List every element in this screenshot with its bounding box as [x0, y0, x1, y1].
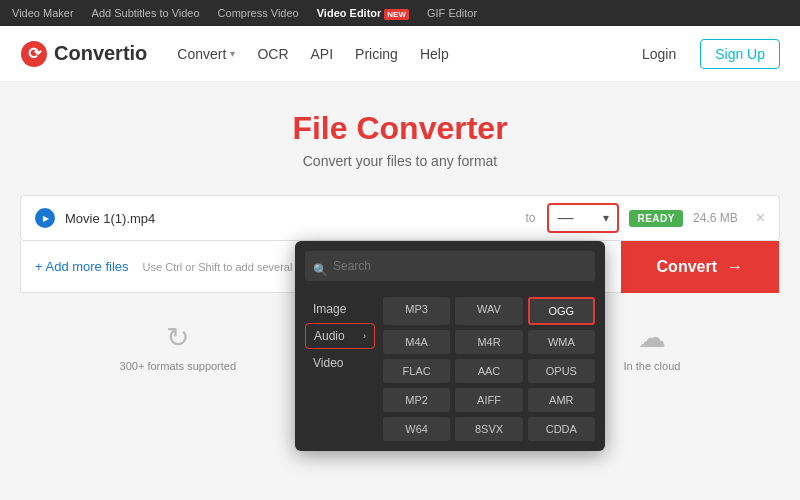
top-nav-item[interactable]: Video EditorNEW: [317, 7, 409, 19]
add-files-label: + Add more files: [35, 259, 129, 274]
nav-ocr[interactable]: OCR: [257, 46, 288, 62]
format-grid: MP3WAVOGGM4AM4RWMAFLACAACOPUSMP2AIFFAMRW…: [383, 297, 595, 441]
format-option-flac[interactable]: FLAC: [383, 359, 450, 383]
cloud-icon: ☁: [638, 321, 666, 354]
login-button[interactable]: Login: [630, 40, 688, 68]
chevron-down-icon: ▾: [230, 48, 235, 59]
format-dash: —: [557, 210, 573, 226]
nav-help-label: Help: [420, 46, 449, 62]
top-nav-item[interactable]: Add Subtitles to Video: [92, 7, 200, 19]
header-nav: Convert ▾ OCR API Pricing Help: [177, 46, 630, 62]
nav-convert-label: Convert: [177, 46, 226, 62]
close-button[interactable]: ×: [756, 209, 765, 227]
header-actions: Login Sign Up: [630, 39, 780, 69]
nav-api-label: API: [311, 46, 334, 62]
convert-arrow-icon: →: [727, 258, 743, 276]
top-nav-item[interactable]: Video Maker: [12, 7, 74, 19]
format-option-8svx[interactable]: 8SVX: [455, 417, 522, 441]
signup-button[interactable]: Sign Up: [700, 39, 780, 69]
file-size: 24.6 MB: [693, 211, 738, 225]
format-option-m4r[interactable]: M4R: [455, 330, 522, 354]
dropdown-body: Image Audio › Video MP3WAVOGGM4AM4RWMAFL…: [305, 297, 595, 441]
format-selector[interactable]: — ▾: [547, 203, 619, 233]
info-formats-text: 300+ formats supported: [120, 360, 237, 372]
format-option-opus[interactable]: OPUS: [528, 359, 595, 383]
format-option-mp3[interactable]: MP3: [383, 297, 450, 325]
top-nav-item[interactable]: GIF Editor: [427, 7, 477, 19]
format-option-w64[interactable]: W64: [383, 417, 450, 441]
converter-area: Movie 1(1).mp4 to — ▾ READY 24.6 MB × + …: [0, 185, 800, 293]
category-video[interactable]: Video: [305, 351, 375, 375]
nav-help[interactable]: Help: [420, 46, 449, 62]
category-audio[interactable]: Audio ›: [305, 323, 375, 349]
logo-icon: ⟳: [20, 40, 48, 68]
hero-section: File Converter Convert your files to any…: [0, 82, 800, 185]
ready-badge: READY: [629, 210, 683, 227]
format-chevron-icon: ▾: [603, 211, 609, 225]
top-nav: (function() { const data = JSON.parse(do…: [0, 0, 800, 26]
category-chevron-icon: ›: [363, 331, 366, 341]
search-wrap: 🔍: [305, 251, 595, 289]
file-play-icon: [35, 208, 55, 228]
nav-api[interactable]: API: [311, 46, 334, 62]
format-option-mp2[interactable]: MP2: [383, 388, 450, 412]
convert-button[interactable]: Convert →: [621, 241, 779, 293]
to-label: to: [525, 211, 535, 225]
search-input[interactable]: [305, 251, 595, 281]
format-option-aac[interactable]: AAC: [455, 359, 522, 383]
format-option-amr[interactable]: AMR: [528, 388, 595, 412]
search-icon: 🔍: [313, 263, 328, 277]
format-option-wma[interactable]: WMA: [528, 330, 595, 354]
info-cloud-text: In the cloud: [624, 360, 681, 372]
info-cloud: ☁ In the cloud: [624, 321, 681, 372]
convert-label: Convert: [657, 258, 717, 276]
logo[interactable]: ⟳ Convertio: [20, 40, 147, 68]
main-header: ⟳ Convertio Convert ▾ OCR API Pricing He…: [0, 26, 800, 82]
format-option-aiff[interactable]: AIFF: [455, 388, 522, 412]
file-row: Movie 1(1).mp4 to — ▾ READY 24.6 MB ×: [20, 195, 780, 241]
nav-convert[interactable]: Convert ▾: [177, 46, 235, 62]
format-dropdown: 🔍 Image Audio › Video MP3WAVOGGM4AM4RWMA…: [295, 241, 605, 451]
svg-text:⟳: ⟳: [28, 45, 42, 62]
hero-subtitle: Convert your files to any format: [0, 153, 800, 169]
file-name: Movie 1(1).mp4: [65, 211, 515, 226]
info-formats: ↻ 300+ formats supported: [120, 321, 237, 372]
format-option-wav[interactable]: WAV: [455, 297, 522, 325]
add-files-button[interactable]: + Add more files: [35, 259, 129, 274]
nav-ocr-label: OCR: [257, 46, 288, 62]
nav-pricing[interactable]: Pricing: [355, 46, 398, 62]
nav-pricing-label: Pricing: [355, 46, 398, 62]
category-image[interactable]: Image: [305, 297, 375, 321]
refresh-icon: ↻: [166, 321, 189, 354]
category-list: Image Audio › Video: [305, 297, 375, 441]
logo-text: Convertio: [54, 42, 147, 65]
format-option-ogg[interactable]: OGG: [528, 297, 595, 325]
format-option-m4a[interactable]: M4A: [383, 330, 450, 354]
format-option-cdda[interactable]: CDDA: [528, 417, 595, 441]
hero-title: File Converter: [0, 110, 800, 147]
top-nav-item[interactable]: Compress Video: [218, 7, 299, 19]
